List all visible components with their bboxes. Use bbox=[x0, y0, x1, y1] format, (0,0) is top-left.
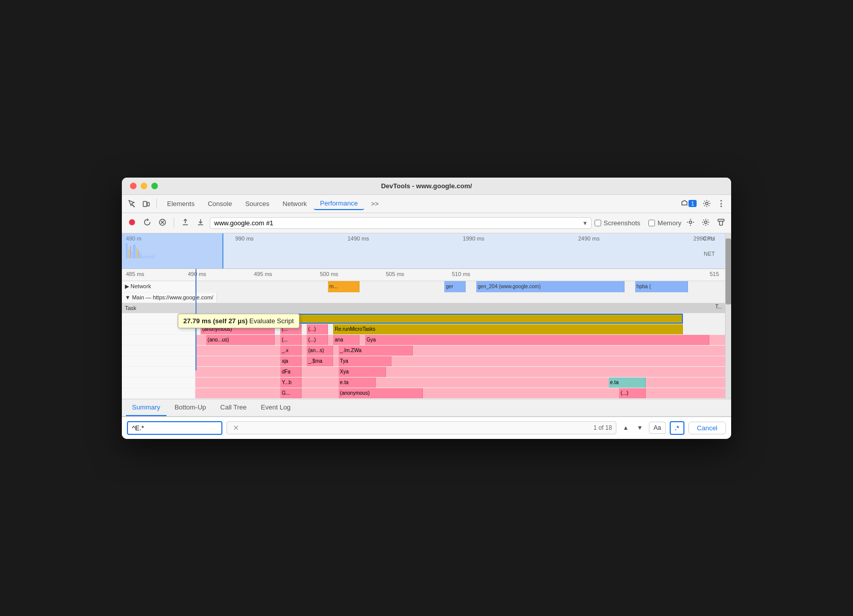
block-xya[interactable]: Xya bbox=[339, 367, 386, 377]
flame-tooltip: 27.79 ms (self 27 μs) Evaluate Script bbox=[178, 314, 300, 328]
row-8-content[interactable]: G... (anonymous) (...) bbox=[195, 388, 725, 398]
network-expand-btn[interactable]: ▶ Network bbox=[125, 283, 151, 290]
block-anoUs[interactable]: (ano...us) bbox=[206, 335, 275, 345]
more-button[interactable]: ⋮ bbox=[715, 197, 727, 211]
block-yb[interactable]: Y...b bbox=[280, 378, 302, 388]
network-block-m[interactable]: m... bbox=[328, 281, 360, 292]
block-ans[interactable]: (an...s) bbox=[307, 346, 333, 356]
minimize-button[interactable] bbox=[141, 183, 147, 189]
row-8-label bbox=[122, 388, 195, 398]
block-anonymous2[interactable]: (anonymous) bbox=[339, 388, 423, 398]
main-tabs: Elements Console Sources Network Perform… bbox=[161, 197, 385, 210]
clear-button[interactable] bbox=[156, 216, 169, 230]
main-track-label: ▼ Main — https://www.google.com/ bbox=[122, 293, 217, 302]
devtools-window: DevTools - www.google.com/ Elements Cons… bbox=[122, 178, 731, 439]
network-block-gen204[interactable]: gen_204 (www.google.com) bbox=[476, 281, 625, 292]
row-3-content[interactable]: (ano...us) (... (...) ana Gya bbox=[195, 335, 725, 345]
block-runmicrotasks[interactable]: Re.runMicroTasks bbox=[333, 324, 682, 334]
block-dot1[interactable]: (... bbox=[280, 335, 302, 345]
row-3: (ano...us) (... (...) ana Gya bbox=[122, 335, 725, 346]
maximize-button[interactable] bbox=[151, 183, 158, 189]
search-count: 1 of 18 bbox=[594, 424, 612, 431]
block-gya[interactable]: Gya bbox=[365, 335, 709, 345]
inspect-tool-button[interactable] bbox=[126, 197, 138, 210]
capture-settings-button[interactable] bbox=[684, 216, 697, 230]
tab-network[interactable]: Network bbox=[277, 198, 313, 210]
row-6-content[interactable]: dFa Xya bbox=[195, 367, 725, 377]
overview-mark-3: 1990 ms bbox=[463, 235, 484, 242]
case-sensitive-button[interactable]: Aa bbox=[649, 422, 666, 434]
svg-line-0 bbox=[132, 204, 135, 207]
regex-toggle-button[interactable]: .* bbox=[670, 421, 684, 435]
device-toolbar-button[interactable] bbox=[140, 197, 152, 210]
block-eta1[interactable]: e.ta bbox=[339, 378, 376, 388]
row-7-label bbox=[122, 378, 195, 388]
settings2-button[interactable] bbox=[700, 216, 712, 230]
recording-bar: www.google.com #1 ▾ Screenshots Memory bbox=[122, 213, 731, 233]
block-sma[interactable]: _.$ma bbox=[307, 356, 333, 366]
task-content[interactable]: T... bbox=[195, 303, 725, 313]
tab-performance[interactable]: Performance bbox=[314, 197, 364, 210]
upload-button[interactable] bbox=[179, 216, 191, 230]
network-block-hpba[interactable]: hpba ( bbox=[635, 281, 688, 292]
block-dot2[interactable]: (...) bbox=[307, 335, 328, 345]
tab-call-tree[interactable]: Call Tree bbox=[214, 399, 253, 416]
block-lmzwa[interactable]: _.lm.ZWa bbox=[339, 346, 413, 356]
overview-mark-1: 990 ms bbox=[235, 235, 253, 242]
timeline-ruler: 485 ms 490 ms 495 ms 500 ms 505 ms 510 m… bbox=[122, 269, 725, 281]
timeline-overview[interactable]: 490 m 990 ms 1490 ms 1990 ms 2490 ms 299… bbox=[122, 233, 725, 269]
download-button[interactable] bbox=[194, 216, 207, 230]
search-prev-button[interactable]: ▲ bbox=[620, 423, 631, 432]
settings-button[interactable] bbox=[701, 197, 713, 210]
search-pattern-input[interactable] bbox=[127, 421, 222, 435]
tab-event-log[interactable]: Event Log bbox=[255, 399, 297, 416]
vertical-scrollbar[interactable] bbox=[725, 233, 731, 399]
block-g[interactable]: G... bbox=[280, 388, 302, 398]
tab-elements[interactable]: Elements bbox=[161, 198, 201, 210]
row-7: Y...b e.ta e.ta bbox=[122, 378, 725, 388]
net-label: NET bbox=[703, 251, 715, 257]
row-5-content[interactable]: xja _.$ma Tya bbox=[195, 356, 725, 366]
reload-button[interactable] bbox=[141, 216, 153, 230]
record-button[interactable] bbox=[126, 216, 138, 230]
row-4-content[interactable]: _.x (an...s) _.lm.ZWa bbox=[195, 346, 725, 356]
block-dfa[interactable]: dFa bbox=[280, 367, 302, 377]
ruler-mark-510: 510 ms bbox=[452, 271, 470, 277]
block-x[interactable]: _.x bbox=[280, 346, 302, 356]
broom-button[interactable] bbox=[715, 216, 727, 230]
tab-sources[interactable]: Sources bbox=[239, 198, 276, 210]
url-value: www.google.com #1 bbox=[214, 219, 273, 227]
tab-more[interactable]: >> bbox=[365, 198, 385, 210]
block-eta2[interactable]: e.ta bbox=[609, 378, 646, 388]
cancel-search-button[interactable]: Cancel bbox=[688, 422, 726, 434]
row-8: G... (anonymous) (...) bbox=[122, 388, 725, 399]
timeline-content: 490 m 990 ms 1490 ms 1990 ms 2490 ms 299… bbox=[122, 233, 725, 399]
row-7-content[interactable]: Y...b e.ta e.ta bbox=[195, 378, 725, 388]
block-tya[interactable]: Tya bbox=[339, 356, 391, 366]
ruler-mark-485: 485 ms bbox=[126, 271, 144, 277]
network-track-content[interactable]: m... ger gen_204 (www.google.com) hpba ( bbox=[195, 281, 725, 292]
screenshots-checkbox[interactable]: Screenshots bbox=[595, 219, 640, 227]
row-4: _.x (an...s) _.lm.ZWa bbox=[122, 346, 725, 356]
row-5: xja _.$ma Tya bbox=[122, 356, 725, 367]
tab-console[interactable]: Console bbox=[202, 198, 238, 210]
ruler-mark-500: 500 ms bbox=[320, 271, 338, 277]
search-next-button[interactable]: ▼ bbox=[635, 423, 645, 432]
block-paren2[interactable]: (...) bbox=[307, 324, 328, 334]
tab-bottom-up[interactable]: Bottom-Up bbox=[169, 399, 212, 416]
tab-summary[interactable]: Summary bbox=[126, 399, 167, 416]
ruler-mark-490: 490 ms bbox=[188, 271, 206, 277]
scrollbar-thumb[interactable] bbox=[726, 238, 731, 304]
notifications-button[interactable]: 1 bbox=[678, 197, 699, 210]
block-xja[interactable]: xja bbox=[280, 356, 302, 366]
network-block-ger[interactable]: ger bbox=[444, 281, 466, 292]
close-button[interactable] bbox=[130, 183, 137, 189]
main-track-content bbox=[217, 293, 725, 302]
separator bbox=[156, 198, 157, 209]
block-ana[interactable]: ana bbox=[333, 335, 359, 345]
memory-checkbox[interactable]: Memory bbox=[648, 219, 681, 227]
block-paren3[interactable]: (...) bbox=[619, 388, 645, 398]
url-selector[interactable]: www.google.com #1 ▾ bbox=[210, 217, 592, 229]
bottom-tabs: Summary Bottom-Up Call Tree Event Log bbox=[122, 399, 731, 417]
clear-search-button[interactable]: ✕ bbox=[231, 424, 241, 432]
